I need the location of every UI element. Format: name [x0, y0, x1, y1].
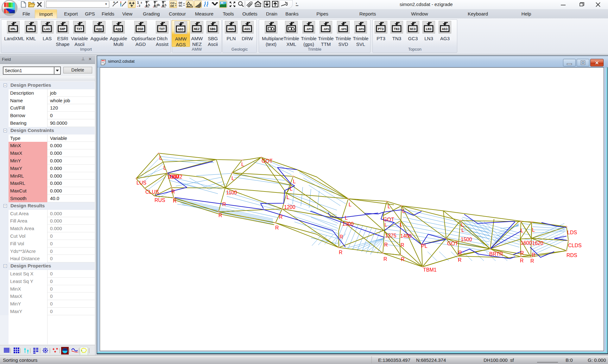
svg-text:1400: 1400	[400, 233, 412, 239]
svg-text:R: R	[458, 257, 462, 263]
svg-text:.GPS: .GPS	[322, 28, 329, 31]
svg-text:R: R	[279, 214, 283, 220]
svg-text:R: R	[520, 258, 524, 263]
svg-text:TN3: TN3	[394, 28, 399, 31]
svg-text:R: R	[384, 242, 388, 248]
svg-text:R: R	[458, 250, 462, 255]
svg-text:PT3: PT3	[378, 28, 383, 31]
svg-text:R: R	[275, 225, 279, 230]
svg-text:h: h	[148, 3, 150, 7]
svg-text:L: L	[241, 162, 244, 167]
svg-text:L: L	[532, 227, 535, 233]
svg-text:R: R	[339, 250, 343, 255]
svg-text:R: R	[339, 234, 343, 240]
svg-text:AGS: AGS	[178, 28, 183, 31]
svg-text:L: L	[461, 228, 464, 233]
svg-text:L: L	[388, 204, 390, 209]
svg-text:L: L	[461, 222, 464, 228]
svg-text:Agg: Agg	[115, 28, 121, 31]
svg-text:BRTR: BRTR	[489, 251, 503, 257]
svg-text:L: L	[402, 208, 405, 214]
svg-text:.GPS: .GPS	[340, 28, 347, 31]
svg-text:1600: 1600	[521, 240, 532, 246]
svg-text:1200: 1200	[284, 204, 295, 210]
svg-text:LDS: LDS	[567, 230, 577, 235]
svg-text:h: h	[165, 3, 167, 7]
svg-text:DE: DE	[170, 4, 174, 8]
svg-text:XML: XML	[10, 28, 16, 31]
svg-text:R: R	[532, 252, 535, 258]
svg-text:1375: 1375	[385, 233, 396, 238]
svg-text:GOT: GOT	[383, 217, 394, 222]
svg-text:.GPS: .GPS	[305, 28, 312, 31]
svg-text:GC3: GC3	[410, 28, 415, 31]
svg-text:RUS: RUS	[155, 198, 165, 203]
svg-text:SHP: SHP	[60, 28, 65, 31]
svg-text:3: 3	[141, 1, 142, 4]
svg-text:SC: SC	[179, 4, 182, 7]
svg-text:R: R	[218, 213, 222, 218]
svg-text:XML: XML	[28, 28, 34, 31]
svg-text:RDS: RDS	[567, 253, 577, 258]
svg-text:AG3: AG3	[442, 28, 447, 31]
svg-text:1620: 1620	[532, 241, 543, 246]
svg-text:AGS: AGS	[244, 28, 250, 31]
svg-text:L: L	[293, 179, 296, 184]
svg-text:1500: 1500	[461, 237, 472, 242]
svg-text:L: L	[163, 165, 166, 171]
svg-text:L: L	[290, 186, 293, 191]
svg-text:GOT: GOT	[262, 158, 273, 164]
svg-text:Agg: Agg	[96, 28, 102, 31]
svg-text:TBM1: TBM1	[423, 267, 437, 273]
svg-text:2: 2	[139, 4, 140, 7]
svg-text:L: L	[521, 228, 523, 233]
svg-text:PL: PL	[421, 243, 428, 249]
svg-text:AGS: AGS	[228, 28, 234, 31]
svg-text:R: R	[171, 189, 175, 194]
svg-text:NEZ: NEZ	[194, 28, 200, 31]
svg-text:TBM2: TBM2	[169, 174, 182, 179]
svg-text:TXT: TXT	[76, 28, 82, 31]
svg-text:R: R	[173, 198, 177, 204]
svg-text:R: R	[401, 257, 405, 262]
svg-text:.GPS: .GPS	[357, 28, 364, 31]
svg-text:L: L	[349, 202, 352, 207]
svg-text:L: L	[384, 222, 387, 228]
svg-text:R: R	[520, 250, 524, 256]
svg-text:CLDS: CLDS	[568, 243, 582, 248]
svg-text:R: R	[530, 258, 534, 264]
svg-text:LUS: LUS	[136, 180, 146, 185]
svg-text:L: L	[287, 195, 289, 200]
svg-text:LAS: LAS	[44, 28, 50, 31]
svg-text:L: L	[400, 222, 402, 227]
svg-text:1300: 1300	[342, 221, 354, 227]
svg-text:dh: dh	[156, 3, 160, 7]
svg-text:SBG: SBG	[210, 28, 215, 31]
svg-text:R: R	[222, 202, 226, 207]
svg-text:L: L	[231, 176, 234, 181]
svg-text:LN3: LN3	[426, 28, 431, 31]
svg-text:OSD: OSD	[137, 28, 143, 31]
svg-text:L: L	[345, 215, 348, 221]
svg-text:L: L	[159, 155, 162, 161]
svg-text:TXT: TXT	[159, 28, 165, 31]
svg-text:R: R	[383, 256, 387, 262]
svg-text:CLUS: CLUS	[145, 189, 159, 195]
svg-text:1100: 1100	[226, 190, 237, 195]
svg-text:GOT: GOT	[447, 241, 458, 246]
svg-text:R: R	[401, 242, 404, 248]
svg-text:✳: ✳	[113, 1, 115, 4]
